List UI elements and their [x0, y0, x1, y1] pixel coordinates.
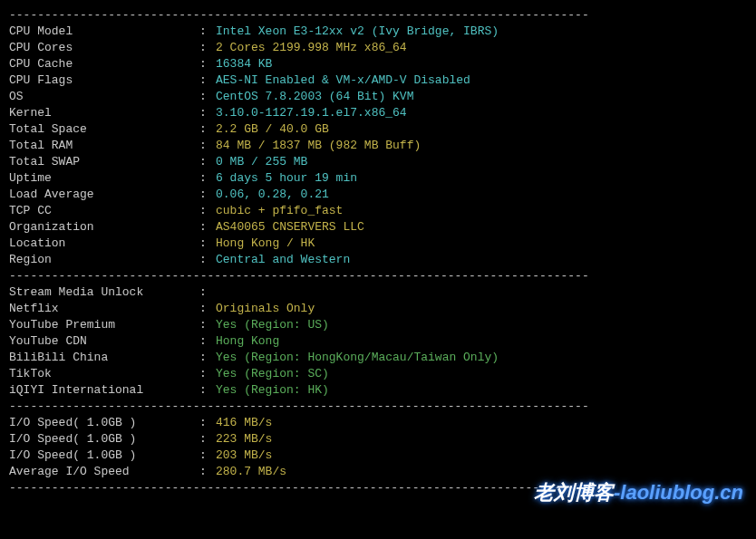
stream-row: YouTube Premium: Yes (Region: US): [9, 317, 747, 333]
separator: :: [199, 121, 216, 138]
system-label: CPU Cache: [9, 56, 199, 72]
system-value: AS40065 CNSERVERS LLC: [216, 219, 747, 236]
stream-value: Yes (Region: HK): [216, 382, 747, 399]
io-value: 416 MB/s: [216, 415, 747, 431]
separator: :: [199, 464, 216, 480]
system-row: CPU Model: Intel Xeon E3-12xx v2 (Ivy Br…: [9, 24, 747, 40]
io-row: I/O Speed( 1.0GB ): 203 MB/s: [9, 448, 747, 464]
separator: :: [199, 24, 216, 40]
stream-row: YouTube CDN: Hong Kong: [9, 333, 747, 350]
divider: ----------------------------------------…: [9, 268, 747, 284]
system-label: CPU Flags: [9, 72, 199, 89]
divider: ----------------------------------------…: [9, 480, 747, 496]
system-label: Total RAM: [9, 138, 199, 154]
system-value: Central and Western: [216, 252, 747, 268]
system-value: AES-NI Enabled & VM-x/AMD-V Disabled: [216, 72, 747, 89]
stream-label: TikTok: [9, 366, 199, 382]
io-row: I/O Speed( 1.0GB ): 223 MB/s: [9, 431, 747, 448]
system-value: 84 MB / 1837 MB (982 MB Buff): [216, 138, 747, 154]
system-value: 3.10.0-1127.19.1.el7.x86_64: [216, 105, 747, 121]
system-label: CPU Cores: [9, 40, 199, 56]
system-row: Region: Central and Western: [9, 252, 747, 268]
system-value: cubic + pfifo_fast: [216, 203, 747, 219]
system-row: Load Average: 0.06, 0.28, 0.21: [9, 187, 747, 203]
io-label: Average I/O Speed: [9, 464, 199, 480]
io-row: I/O Speed( 1.0GB ): 416 MB/s: [9, 415, 747, 431]
stream-row: iQIYI International: Yes (Region: HK): [9, 382, 747, 399]
separator: :: [199, 72, 216, 89]
stream-value: Yes (Region: SC): [216, 366, 747, 382]
stream-label: YouTube CDN: [9, 333, 199, 350]
io-row: Average I/O Speed: 280.7 MB/s: [9, 464, 747, 480]
system-row: Organization: AS40065 CNSERVERS LLC: [9, 219, 747, 236]
system-value: 0.06, 0.28, 0.21: [216, 187, 747, 203]
system-value: Hong Kong / HK: [216, 236, 747, 252]
system-value: 2 Cores 2199.998 MHz x86_64: [216, 40, 747, 56]
separator: :: [199, 382, 216, 399]
stream-label: YouTube Premium: [9, 317, 199, 333]
system-label: TCP CC: [9, 203, 199, 219]
system-row: CPU Cores: 2 Cores 2199.998 MHz x86_64: [9, 40, 747, 56]
stream-value: Yes (Region: HongKong/Macau/Taiwan Only): [216, 350, 747, 366]
stream-label: Netflix: [9, 301, 199, 317]
separator: :: [199, 333, 216, 350]
system-label: Load Average: [9, 187, 199, 203]
system-row: Total RAM: 84 MB / 1837 MB (982 MB Buff): [9, 138, 747, 154]
stream-value: Hong Kong: [216, 333, 747, 350]
system-label: Location: [9, 236, 199, 252]
separator: :: [199, 40, 216, 56]
system-label: Total SWAP: [9, 154, 199, 170]
stream-label: BiliBili China: [9, 350, 199, 366]
separator: :: [199, 301, 216, 317]
io-label: I/O Speed( 1.0GB ): [9, 448, 199, 464]
io-label: I/O Speed( 1.0GB ): [9, 431, 199, 448]
system-value: CentOS 7.8.2003 (64 Bit) KVM: [216, 89, 747, 105]
system-row: Uptime: 6 days 5 hour 19 min: [9, 170, 747, 187]
system-row: CPU Flags: AES-NI Enabled & VM-x/AMD-V D…: [9, 72, 747, 89]
system-label: Uptime: [9, 170, 199, 187]
terminal-output: ----------------------------------------…: [9, 7, 747, 496]
system-row: Location: Hong Kong / HK: [9, 236, 747, 252]
separator: :: [199, 89, 216, 105]
system-label: OS: [9, 89, 199, 105]
stream-row: TikTok: Yes (Region: SC): [9, 366, 747, 382]
stream-row: Netflix: Originals Only: [9, 301, 747, 317]
separator: :: [199, 105, 216, 121]
divider: ----------------------------------------…: [9, 399, 747, 415]
system-label: Region: [9, 252, 199, 268]
system-row: Total SWAP: 0 MB / 255 MB: [9, 154, 747, 170]
system-value: 2.2 GB / 40.0 GB: [216, 121, 747, 138]
separator: :: [199, 203, 216, 219]
io-label: I/O Speed( 1.0GB ): [9, 415, 199, 431]
separator: :: [199, 138, 216, 154]
separator: :: [199, 236, 216, 252]
separator: :: [199, 170, 216, 187]
system-label: Organization: [9, 219, 199, 236]
system-row: OS: CentOS 7.8.2003 (64 Bit) KVM: [9, 89, 747, 105]
io-value: 280.7 MB/s: [216, 464, 747, 480]
system-value: 16384 KB: [216, 56, 747, 72]
system-label: Total Space: [9, 121, 199, 138]
system-label: CPU Model: [9, 24, 199, 40]
stream-row: BiliBili China: Yes (Region: HongKong/Ma…: [9, 350, 747, 366]
separator: :: [199, 219, 216, 236]
stream-header-label: Stream Media Unlock: [9, 284, 199, 301]
stream-value: Originals Only: [216, 301, 747, 317]
divider: ----------------------------------------…: [9, 7, 747, 24]
separator: :: [199, 431, 216, 448]
system-row: CPU Cache: 16384 KB: [9, 56, 747, 72]
separator: :: [199, 56, 216, 72]
separator: :: [199, 284, 216, 301]
separator: :: [199, 187, 216, 203]
system-value: Intel Xeon E3-12xx v2 (Ivy Bridge, IBRS): [216, 24, 747, 40]
separator: :: [199, 366, 216, 382]
io-value: 203 MB/s: [216, 448, 747, 464]
system-row: Kernel: 3.10.0-1127.19.1.el7.x86_64: [9, 105, 747, 121]
stream-header-row: Stream Media Unlock:: [9, 284, 747, 301]
separator: :: [199, 350, 216, 366]
system-row: TCP CC: cubic + pfifo_fast: [9, 203, 747, 219]
system-value: 0 MB / 255 MB: [216, 154, 747, 170]
separator: :: [199, 448, 216, 464]
separator: :: [199, 252, 216, 268]
separator: :: [199, 415, 216, 431]
